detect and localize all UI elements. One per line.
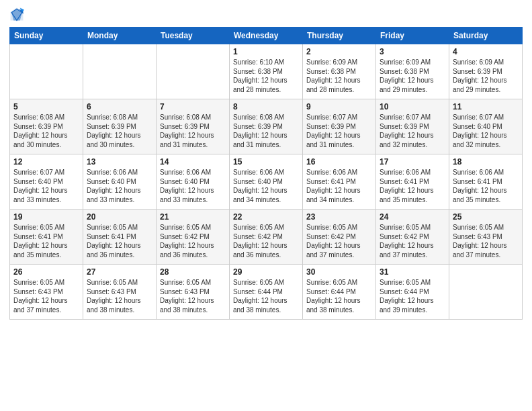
day-info: Sunrise: 6:07 AMSunset: 6:39 PMDaylight:… <box>380 113 445 149</box>
day-number: 16 <box>306 157 372 167</box>
day-info: Sunrise: 6:05 AMSunset: 6:44 PMDaylight:… <box>233 278 299 314</box>
day-info: Sunrise: 6:05 AMSunset: 6:42 PMDaylight:… <box>160 223 226 259</box>
day-number: 15 <box>233 157 299 167</box>
day-info: Sunrise: 6:10 AMSunset: 6:38 PMDaylight:… <box>233 58 299 94</box>
calendar-cell: 24Sunrise: 6:05 AMSunset: 6:42 PMDayligh… <box>376 210 449 265</box>
week-row-4: 19Sunrise: 6:05 AMSunset: 6:41 PMDayligh… <box>10 210 523 265</box>
day-info: Sunrise: 6:07 AMSunset: 6:39 PMDaylight:… <box>306 113 372 149</box>
calendar-cell <box>83 44 157 99</box>
week-row-2: 5Sunrise: 6:08 AMSunset: 6:39 PMDaylight… <box>10 99 523 154</box>
calendar-cell: 7Sunrise: 6:08 AMSunset: 6:39 PMDaylight… <box>157 99 230 154</box>
day-number: 31 <box>380 267 445 277</box>
day-number: 29 <box>233 267 299 277</box>
day-number: 5 <box>13 102 79 111</box>
day-info: Sunrise: 6:05 AMSunset: 6:43 PMDaylight:… <box>87 278 152 314</box>
calendar-cell: 6Sunrise: 6:08 AMSunset: 6:39 PMDaylight… <box>83 99 157 154</box>
day-info: Sunrise: 6:09 AMSunset: 6:38 PMDaylight:… <box>306 58 372 94</box>
day-number: 12 <box>13 157 79 167</box>
calendar-cell: 17Sunrise: 6:06 AMSunset: 6:41 PMDayligh… <box>376 154 449 210</box>
weekday-header-monday: Monday <box>83 28 157 44</box>
calendar-cell: 14Sunrise: 6:06 AMSunset: 6:40 PMDayligh… <box>157 154 230 210</box>
calendar-cell <box>10 44 83 99</box>
weekday-header-wednesday: Wednesday <box>230 28 303 44</box>
calendar-cell: 15Sunrise: 6:06 AMSunset: 6:40 PMDayligh… <box>230 154 303 210</box>
calendar-cell: 3Sunrise: 6:09 AMSunset: 6:38 PMDaylight… <box>376 44 449 99</box>
calendar-cell: 19Sunrise: 6:05 AMSunset: 6:41 PMDayligh… <box>10 210 83 265</box>
calendar-cell: 2Sunrise: 6:09 AMSunset: 6:38 PMDaylight… <box>303 44 376 99</box>
day-info: Sunrise: 6:09 AMSunset: 6:39 PMDaylight:… <box>453 58 519 94</box>
day-number: 22 <box>233 212 299 222</box>
day-info: Sunrise: 6:08 AMSunset: 6:39 PMDaylight:… <box>233 113 299 149</box>
day-number: 14 <box>160 157 226 167</box>
logo-icon <box>9 7 24 21</box>
calendar-cell: 22Sunrise: 6:05 AMSunset: 6:42 PMDayligh… <box>230 210 303 265</box>
day-info: Sunrise: 6:06 AMSunset: 6:41 PMDaylight:… <box>306 168 372 204</box>
calendar-cell: 23Sunrise: 6:05 AMSunset: 6:42 PMDayligh… <box>303 210 376 265</box>
weekday-header-friday: Friday <box>376 28 449 44</box>
calendar-cell <box>449 265 523 320</box>
day-info: Sunrise: 6:05 AMSunset: 6:44 PMDaylight:… <box>306 278 372 314</box>
calendar-cell: 1Sunrise: 6:10 AMSunset: 6:38 PMDaylight… <box>230 44 303 99</box>
calendar-cell: 25Sunrise: 6:05 AMSunset: 6:43 PMDayligh… <box>449 210 523 265</box>
calendar-cell: 30Sunrise: 6:05 AMSunset: 6:44 PMDayligh… <box>303 265 376 320</box>
weekday-header-thursday: Thursday <box>303 28 376 44</box>
day-info: Sunrise: 6:09 AMSunset: 6:38 PMDaylight:… <box>380 58 445 94</box>
day-number: 28 <box>160 267 226 277</box>
day-info: Sunrise: 6:06 AMSunset: 6:41 PMDaylight:… <box>453 168 519 204</box>
calendar-cell: 31Sunrise: 6:05 AMSunset: 6:44 PMDayligh… <box>376 265 449 320</box>
day-info: Sunrise: 6:08 AMSunset: 6:39 PMDaylight:… <box>160 113 226 149</box>
calendar-cell: 20Sunrise: 6:05 AMSunset: 6:41 PMDayligh… <box>83 210 157 265</box>
day-number: 9 <box>306 102 372 111</box>
week-row-3: 12Sunrise: 6:07 AMSunset: 6:40 PMDayligh… <box>10 154 523 210</box>
weekday-header-tuesday: Tuesday <box>157 28 230 44</box>
day-number: 11 <box>453 102 519 111</box>
day-number: 26 <box>13 267 79 277</box>
day-number: 7 <box>160 102 226 111</box>
day-number: 1 <box>233 47 299 56</box>
calendar-cell: 11Sunrise: 6:07 AMSunset: 6:40 PMDayligh… <box>449 99 523 154</box>
calendar-cell <box>157 44 230 99</box>
day-info: Sunrise: 6:07 AMSunset: 6:40 PMDaylight:… <box>13 168 79 204</box>
day-number: 3 <box>380 47 445 56</box>
header <box>9 7 523 21</box>
day-number: 18 <box>453 157 519 167</box>
calendar-cell: 9Sunrise: 6:07 AMSunset: 6:39 PMDaylight… <box>303 99 376 154</box>
day-info: Sunrise: 6:08 AMSunset: 6:39 PMDaylight:… <box>13 113 79 149</box>
calendar-cell: 27Sunrise: 6:05 AMSunset: 6:43 PMDayligh… <box>83 265 157 320</box>
week-row-1: 1Sunrise: 6:10 AMSunset: 6:38 PMDaylight… <box>10 44 523 99</box>
day-number: 13 <box>87 157 152 167</box>
weekday-header-row: SundayMondayTuesdayWednesdayThursdayFrid… <box>10 28 523 44</box>
calendar-cell: 12Sunrise: 6:07 AMSunset: 6:40 PMDayligh… <box>10 154 83 210</box>
day-number: 2 <box>306 47 372 56</box>
day-info: Sunrise: 6:06 AMSunset: 6:41 PMDaylight:… <box>380 168 445 204</box>
day-number: 24 <box>380 212 445 222</box>
day-number: 17 <box>380 157 445 167</box>
day-number: 4 <box>453 47 519 56</box>
calendar-cell: 13Sunrise: 6:06 AMSunset: 6:40 PMDayligh… <box>83 154 157 210</box>
day-number: 25 <box>453 212 519 222</box>
day-info: Sunrise: 6:06 AMSunset: 6:40 PMDaylight:… <box>87 168 152 204</box>
calendar-cell: 10Sunrise: 6:07 AMSunset: 6:39 PMDayligh… <box>376 99 449 154</box>
day-number: 8 <box>233 102 299 111</box>
calendar-cell: 8Sunrise: 6:08 AMSunset: 6:39 PMDaylight… <box>230 99 303 154</box>
day-info: Sunrise: 6:05 AMSunset: 6:41 PMDaylight:… <box>13 223 79 259</box>
day-info: Sunrise: 6:05 AMSunset: 6:43 PMDaylight:… <box>453 223 519 259</box>
day-info: Sunrise: 6:05 AMSunset: 6:42 PMDaylight:… <box>380 223 445 259</box>
calendar-cell: 28Sunrise: 6:05 AMSunset: 6:43 PMDayligh… <box>157 265 230 320</box>
day-info: Sunrise: 6:05 AMSunset: 6:41 PMDaylight:… <box>87 223 152 259</box>
day-number: 21 <box>160 212 226 222</box>
day-info: Sunrise: 6:05 AMSunset: 6:42 PMDaylight:… <box>233 223 299 259</box>
weekday-header-sunday: Sunday <box>10 28 83 44</box>
calendar-cell: 21Sunrise: 6:05 AMSunset: 6:42 PMDayligh… <box>157 210 230 265</box>
day-info: Sunrise: 6:08 AMSunset: 6:39 PMDaylight:… <box>87 113 152 149</box>
day-number: 30 <box>306 267 372 277</box>
calendar-cell: 5Sunrise: 6:08 AMSunset: 6:39 PMDaylight… <box>10 99 83 154</box>
calendar-cell: 26Sunrise: 6:05 AMSunset: 6:43 PMDayligh… <box>10 265 83 320</box>
weekday-header-saturday: Saturday <box>449 28 523 44</box>
day-number: 6 <box>87 102 152 111</box>
day-number: 23 <box>306 212 372 222</box>
calendar-cell: 29Sunrise: 6:05 AMSunset: 6:44 PMDayligh… <box>230 265 303 320</box>
logo <box>9 7 27 21</box>
calendar-cell: 18Sunrise: 6:06 AMSunset: 6:41 PMDayligh… <box>449 154 523 210</box>
day-number: 10 <box>380 102 445 111</box>
